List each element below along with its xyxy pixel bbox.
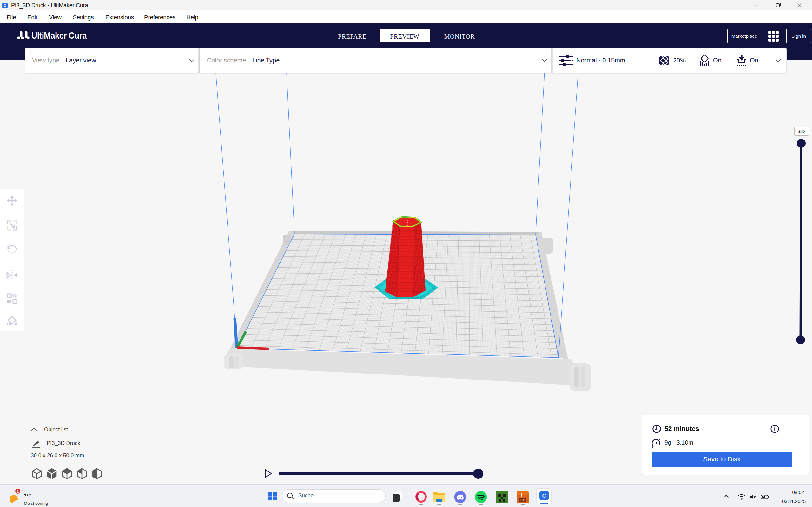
svg-text:F: F	[521, 492, 524, 498]
svg-text:C: C	[4, 4, 6, 8]
svg-text:C: C	[542, 493, 546, 499]
svg-text:FUS: FUS	[520, 498, 525, 502]
svg-text:1: 1	[17, 489, 19, 494]
